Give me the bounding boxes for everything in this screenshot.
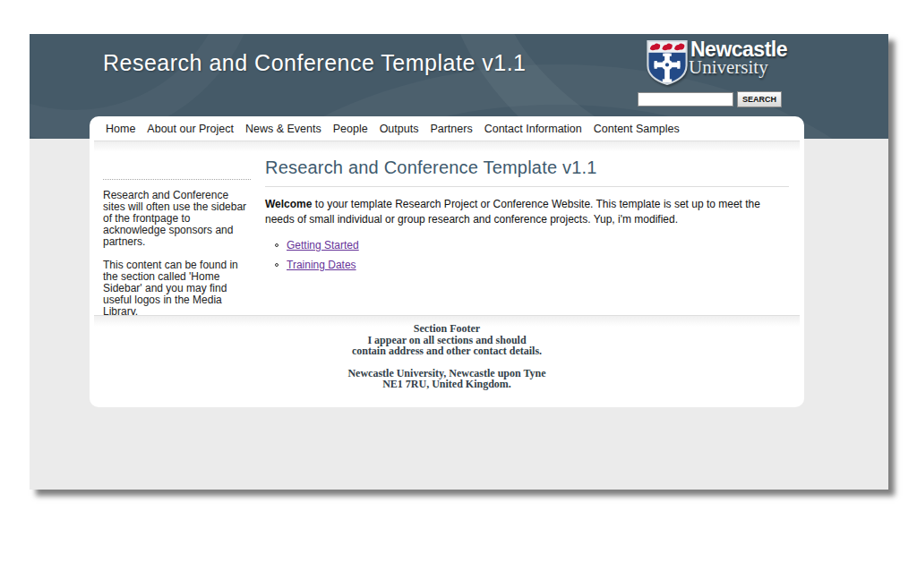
search-button[interactable]: SEARCH — [737, 91, 782, 107]
circle-bullet-icon — [275, 243, 279, 247]
newcastle-university-logo[interactable]: Newcastle University — [646, 39, 787, 86]
logo-name-line2: University — [689, 58, 787, 76]
intro-bold-word: Welcome — [265, 198, 312, 210]
intro-paragraph: Welcome to your template Research Projec… — [265, 197, 789, 227]
list-item: Getting Started — [275, 239, 789, 251]
nav-item-about[interactable]: About our Project — [147, 123, 234, 135]
section-footer: Section Footer I appear on all sections … — [90, 323, 804, 390]
search-input[interactable] — [638, 92, 733, 107]
nav-item-news-events[interactable]: News & Events — [245, 123, 321, 135]
circle-bullet-icon — [275, 263, 279, 267]
sidebar-top-rule — [103, 179, 251, 180]
list-item: Training Dates — [275, 259, 789, 271]
sidebar-paragraph: This content can be found in the section… — [103, 260, 251, 318]
training-dates-link[interactable]: Training Dates — [287, 259, 356, 271]
header-search: SEARCH — [638, 91, 782, 107]
footer-line: Section Footer — [90, 323, 804, 335]
sidebar-paragraph: Research and Conference sites will often… — [103, 190, 251, 248]
nav-item-outputs[interactable]: Outputs — [380, 123, 419, 135]
main-content: Research and Conference Template v1.1 We… — [265, 158, 789, 278]
getting-started-link[interactable]: Getting Started — [287, 239, 359, 251]
main-nav: Home About our Project News & Events Peo… — [90, 116, 804, 141]
nav-item-contact[interactable]: Contact Information — [484, 123, 582, 135]
nav-item-home[interactable]: Home — [106, 123, 135, 135]
footer-line: contain address and other contact detail… — [90, 345, 804, 357]
nav-item-people[interactable]: People — [333, 123, 368, 135]
logo-wordmark: Newcastle University — [690, 39, 787, 76]
site-title: Research and Conference Template v1.1 — [103, 49, 526, 76]
quick-links-list: Getting Started Training Dates — [275, 239, 789, 271]
nav-bottom-divider — [94, 141, 800, 153]
heading-rule — [265, 186, 789, 187]
content-card: Home About our Project News & Events Peo… — [90, 116, 804, 407]
nav-item-content-samples[interactable]: Content Samples — [594, 123, 680, 135]
home-sidebar: Research and Conference sites will often… — [103, 179, 251, 329]
browser-page: Research and Conference Template v1.1 — [30, 34, 888, 490]
university-shield-icon — [646, 39, 689, 86]
intro-text: to your template Research Project or Con… — [265, 198, 760, 226]
nav-item-partners[interactable]: Partners — [430, 123, 472, 135]
footer-line: NE1 7RU, United Kingdom. — [90, 379, 804, 390]
page-title: Research and Conference Template v1.1 — [265, 158, 789, 178]
